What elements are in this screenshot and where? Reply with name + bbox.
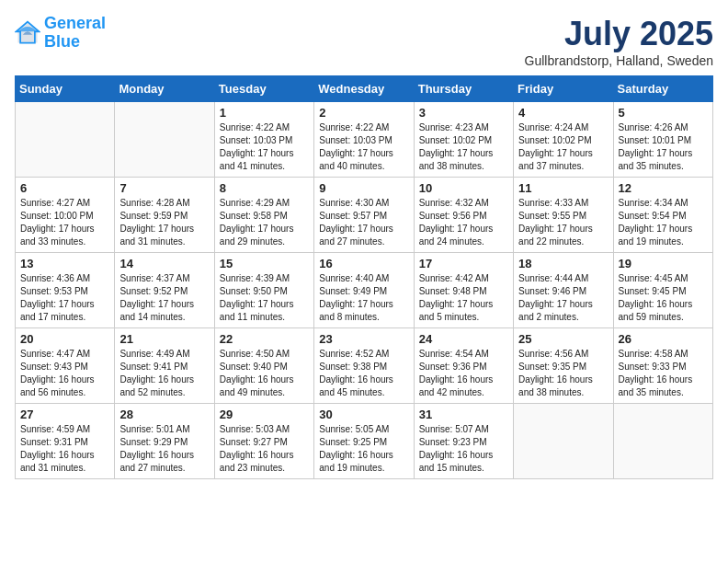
- calendar-cell: 10Sunrise: 4:32 AMSunset: 9:56 PMDayligh…: [414, 178, 513, 253]
- calendar-cell: 22Sunrise: 4:50 AMSunset: 9:40 PMDayligh…: [214, 328, 313, 404]
- day-info: Sunrise: 5:05 AMSunset: 9:25 PMDaylight:…: [319, 423, 408, 475]
- day-info: Sunrise: 4:49 AMSunset: 9:41 PMDaylight:…: [119, 348, 209, 399]
- day-info: Sunrise: 4:36 AMSunset: 9:53 PMDaylight:…: [20, 272, 109, 324]
- calendar-cell: 28Sunrise: 5:01 AMSunset: 9:29 PMDayligh…: [115, 404, 214, 479]
- day-info: Sunrise: 4:44 AMSunset: 9:46 PMDaylight:…: [518, 272, 608, 324]
- col-friday: Friday: [514, 76, 613, 102]
- week-row-4: 20Sunrise: 4:47 AMSunset: 9:43 PMDayligh…: [16, 328, 713, 404]
- day-number: 11: [518, 181, 608, 195]
- day-info: Sunrise: 5:01 AMSunset: 9:29 PMDaylight:…: [119, 423, 209, 475]
- week-row-2: 6Sunrise: 4:27 AMSunset: 10:00 PMDayligh…: [16, 178, 713, 253]
- day-number: 14: [119, 257, 209, 270]
- day-number: 19: [619, 257, 708, 270]
- calendar-cell: [514, 404, 613, 479]
- day-info: Sunrise: 4:37 AMSunset: 9:52 PMDaylight:…: [119, 272, 209, 324]
- day-number: 25: [518, 332, 608, 346]
- calendar-cell: 25Sunrise: 4:56 AMSunset: 9:35 PMDayligh…: [514, 328, 613, 404]
- day-number: 24: [419, 332, 508, 346]
- day-number: 4: [518, 106, 608, 120]
- day-info: Sunrise: 4:33 AMSunset: 9:55 PMDaylight:…: [518, 197, 608, 248]
- page-header: General Blue July 2025 Gullbrandstorp, H…: [15, 15, 713, 68]
- day-number: 3: [419, 106, 508, 120]
- day-number: 15: [220, 257, 309, 270]
- calendar-cell: [16, 102, 115, 178]
- day-info: Sunrise: 4:32 AMSunset: 9:56 PMDaylight:…: [419, 197, 508, 248]
- day-info: Sunrise: 4:59 AMSunset: 9:31 PMDaylight:…: [20, 423, 109, 475]
- day-number: 2: [319, 106, 408, 120]
- day-info: Sunrise: 5:07 AMSunset: 9:23 PMDaylight:…: [419, 423, 508, 475]
- day-number: 7: [119, 181, 209, 195]
- calendar-cell: 9Sunrise: 4:30 AMSunset: 9:57 PMDaylight…: [314, 178, 414, 253]
- day-info: Sunrise: 4:22 AMSunset: 10:03 PMDaylight…: [220, 121, 309, 173]
- day-info: Sunrise: 4:58 AMSunset: 9:33 PMDaylight:…: [619, 348, 708, 399]
- logo-text-line1: General: [44, 15, 106, 33]
- day-info: Sunrise: 4:22 AMSunset: 10:03 PMDaylight…: [319, 121, 408, 173]
- day-number: 12: [619, 181, 708, 195]
- calendar-cell: 23Sunrise: 4:52 AMSunset: 9:38 PMDayligh…: [314, 328, 414, 404]
- calendar-cell: 6Sunrise: 4:27 AMSunset: 10:00 PMDayligh…: [16, 178, 115, 253]
- title-block: July 2025 Gullbrandstorp, Halland, Swede…: [525, 15, 713, 68]
- day-number: 5: [619, 106, 708, 120]
- day-number: 13: [20, 257, 109, 270]
- week-row-5: 27Sunrise: 4:59 AMSunset: 9:31 PMDayligh…: [16, 404, 713, 479]
- day-number: 26: [619, 332, 708, 346]
- day-number: 27: [20, 408, 109, 421]
- calendar-cell: 5Sunrise: 4:26 AMSunset: 10:01 PMDayligh…: [613, 102, 712, 178]
- month-title: July 2025: [525, 15, 713, 53]
- day-info: Sunrise: 4:30 AMSunset: 9:57 PMDaylight:…: [319, 197, 408, 248]
- day-info: Sunrise: 4:26 AMSunset: 10:01 PMDaylight…: [619, 121, 708, 173]
- day-number: 28: [119, 408, 209, 421]
- calendar-cell: 15Sunrise: 4:39 AMSunset: 9:50 PMDayligh…: [214, 253, 313, 328]
- day-number: 17: [419, 257, 508, 270]
- calendar-cell: [115, 102, 214, 178]
- calendar-cell: 20Sunrise: 4:47 AMSunset: 9:43 PMDayligh…: [16, 328, 115, 404]
- week-row-3: 13Sunrise: 4:36 AMSunset: 9:53 PMDayligh…: [16, 253, 713, 328]
- calendar-cell: 19Sunrise: 4:45 AMSunset: 9:45 PMDayligh…: [613, 253, 712, 328]
- day-info: Sunrise: 4:23 AMSunset: 10:02 PMDaylight…: [419, 121, 508, 173]
- calendar-cell: [613, 404, 712, 479]
- day-info: Sunrise: 4:45 AMSunset: 9:45 PMDaylight:…: [619, 272, 708, 324]
- day-number: 21: [119, 332, 209, 346]
- day-number: 16: [319, 257, 408, 270]
- day-info: Sunrise: 4:34 AMSunset: 9:54 PMDaylight:…: [619, 197, 708, 248]
- day-info: Sunrise: 4:50 AMSunset: 9:40 PMDaylight:…: [220, 348, 309, 399]
- day-number: 6: [20, 181, 109, 195]
- calendar-cell: 17Sunrise: 4:42 AMSunset: 9:48 PMDayligh…: [414, 253, 513, 328]
- calendar-cell: 14Sunrise: 4:37 AMSunset: 9:52 PMDayligh…: [115, 253, 214, 328]
- day-info: Sunrise: 5:03 AMSunset: 9:27 PMDaylight:…: [220, 423, 309, 475]
- calendar-cell: 29Sunrise: 5:03 AMSunset: 9:27 PMDayligh…: [214, 404, 313, 479]
- day-number: 1: [220, 106, 309, 120]
- day-info: Sunrise: 4:56 AMSunset: 9:35 PMDaylight:…: [518, 348, 608, 399]
- day-number: 20: [20, 332, 109, 346]
- calendar-cell: 13Sunrise: 4:36 AMSunset: 9:53 PMDayligh…: [16, 253, 115, 328]
- day-number: 9: [319, 181, 408, 195]
- day-info: Sunrise: 4:29 AMSunset: 9:58 PMDaylight:…: [220, 197, 309, 248]
- calendar-cell: 12Sunrise: 4:34 AMSunset: 9:54 PMDayligh…: [613, 178, 712, 253]
- logo-text-line2: Blue: [44, 33, 106, 52]
- calendar-cell: 4Sunrise: 4:24 AMSunset: 10:02 PMDayligh…: [514, 102, 613, 178]
- calendar-cell: 18Sunrise: 4:44 AMSunset: 9:46 PMDayligh…: [514, 253, 613, 328]
- calendar-cell: 31Sunrise: 5:07 AMSunset: 9:23 PMDayligh…: [414, 404, 513, 479]
- day-info: Sunrise: 4:40 AMSunset: 9:49 PMDaylight:…: [319, 272, 408, 324]
- location-title: Gullbrandstorp, Halland, Sweden: [525, 53, 713, 68]
- day-number: 8: [220, 181, 309, 195]
- calendar-cell: 24Sunrise: 4:54 AMSunset: 9:36 PMDayligh…: [414, 328, 513, 404]
- logo-icon: [15, 20, 40, 46]
- col-thursday: Thursday: [414, 76, 513, 102]
- day-info: Sunrise: 4:47 AMSunset: 9:43 PMDaylight:…: [20, 348, 109, 399]
- day-info: Sunrise: 4:39 AMSunset: 9:50 PMDaylight:…: [220, 272, 309, 324]
- day-info: Sunrise: 4:28 AMSunset: 9:59 PMDaylight:…: [119, 197, 209, 248]
- calendar-cell: 3Sunrise: 4:23 AMSunset: 10:02 PMDayligh…: [414, 102, 513, 178]
- day-number: 30: [319, 408, 408, 421]
- day-info: Sunrise: 4:42 AMSunset: 9:48 PMDaylight:…: [419, 272, 508, 324]
- calendar-cell: 27Sunrise: 4:59 AMSunset: 9:31 PMDayligh…: [16, 404, 115, 479]
- calendar-cell: 2Sunrise: 4:22 AMSunset: 10:03 PMDayligh…: [314, 102, 414, 178]
- calendar-cell: 21Sunrise: 4:49 AMSunset: 9:41 PMDayligh…: [115, 328, 214, 404]
- day-number: 29: [220, 408, 309, 421]
- logo: General Blue: [15, 15, 106, 52]
- col-tuesday: Tuesday: [214, 76, 313, 102]
- calendar-cell: 26Sunrise: 4:58 AMSunset: 9:33 PMDayligh…: [613, 328, 712, 404]
- day-info: Sunrise: 4:27 AMSunset: 10:00 PMDaylight…: [20, 197, 109, 248]
- calendar-cell: 7Sunrise: 4:28 AMSunset: 9:59 PMDaylight…: [115, 178, 214, 253]
- day-number: 10: [419, 181, 508, 195]
